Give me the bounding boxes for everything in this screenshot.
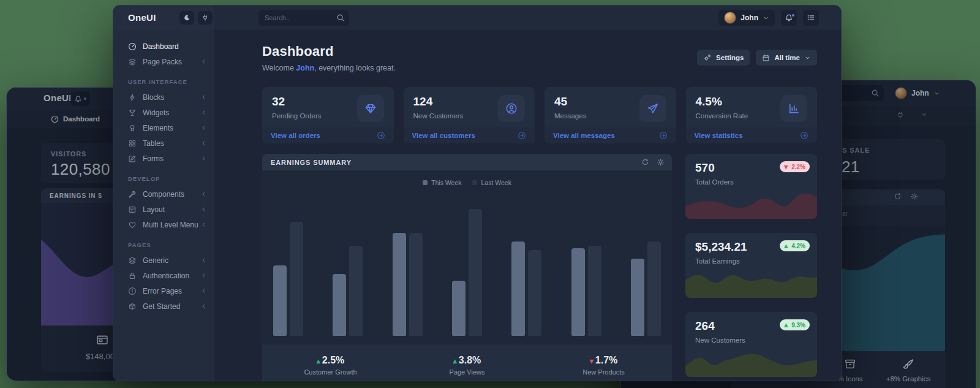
side-cards-column: 570 ▾2.2% Total Orders $5,234.21 ▴4.2% T… (685, 154, 817, 381)
sidebar-item-forms[interactable]: Forms (113, 151, 214, 166)
search-icon (871, 89, 880, 97)
chevron-left-icon (200, 257, 207, 264)
bar-group (511, 195, 541, 336)
page-title: Dashboard (262, 44, 396, 59)
layers-icon (128, 58, 137, 66)
wrench-icon (128, 190, 137, 199)
award-icon (128, 124, 137, 132)
avatar (895, 87, 907, 99)
legend-fragment: ar (842, 210, 848, 217)
earnings-bars (273, 195, 661, 336)
sidebar-item-get-started[interactable]: Get Started (113, 299, 214, 314)
bar-last-week (588, 246, 601, 336)
view-all-orders-link[interactable]: View all orders (262, 127, 394, 143)
stack-icon (128, 256, 137, 265)
earnings-bar-chart: This WeekLast Week (262, 170, 672, 344)
refresh-icon[interactable] (641, 158, 649, 166)
sidebar-item-error-pages[interactable]: Error Pages (113, 283, 214, 299)
arrow-circle-icon (659, 131, 668, 140)
sidebar-heading: DEVELOP (128, 175, 214, 182)
theme-button[interactable] (198, 11, 213, 25)
sidebar-item-components[interactable]: Components (113, 186, 214, 202)
trend-badge: ▾2.2% (780, 161, 810, 172)
gear-icon[interactable] (657, 158, 665, 166)
avatar (724, 12, 736, 24)
calendar-icon (762, 54, 770, 62)
legend-item[interactable]: Last Week (472, 179, 511, 186)
stat-card-new-customers: 124 New Customers View all customers (404, 87, 535, 143)
sidebar-nav: Dashboard Page Packs USER INTERFACE Bloc… (113, 30, 214, 314)
earnings-summary-title: EARNINGS SUMMARY (271, 159, 352, 166)
search-input[interactable] (258, 10, 337, 26)
sidebar: OneUI Dashboard Page Packs USER INTERFAC… (113, 6, 214, 381)
sale-label: S SALE (842, 146, 870, 154)
settings-button[interactable]: Settings (697, 50, 750, 66)
sidebar-item-tables[interactable]: Tables (113, 135, 214, 151)
main-window: OneUI Dashboard Page Packs USER INTERFAC… (113, 5, 842, 381)
user-menu[interactable]: John (889, 85, 946, 101)
notifications-button[interactable] (70, 91, 90, 106)
box-icon (128, 302, 137, 311)
bar-last-week (469, 209, 482, 336)
layout-icon (128, 205, 137, 214)
archive-icon (844, 358, 856, 370)
bar-group (571, 195, 601, 336)
notifications-button[interactable] (781, 10, 797, 26)
chevron-left-icon (200, 155, 207, 162)
nav-item-dashboard[interactable]: Dashboard (51, 115, 100, 123)
bar-this-week (631, 259, 644, 337)
sidebar-item-page-packs[interactable]: Page Packs (113, 54, 214, 69)
brand-logo: OneUI (128, 12, 156, 23)
gauge-icon (51, 115, 59, 123)
user-circle-icon (498, 95, 525, 122)
footer-stat-customer-growth: ▴2.5% Customer Growth (262, 355, 399, 376)
chevron-left-icon (200, 191, 207, 197)
sidebar-heading: PAGES (128, 242, 214, 248)
user-menu[interactable]: John (718, 10, 775, 26)
trend-caret-icon: ▾ (590, 357, 594, 365)
sidebar-item-blocks[interactable]: Blocks (113, 89, 214, 105)
legend-item[interactable]: This Week (423, 179, 461, 186)
lock-icon (128, 272, 137, 280)
bar-this-week (511, 242, 525, 336)
search-box[interactable] (258, 10, 349, 26)
trend-caret-icon: ▴ (317, 357, 320, 365)
dark-mode-button[interactable] (179, 11, 194, 25)
sidebar-item-generic[interactable]: Generic (113, 253, 214, 268)
stat-cards-row: 32 Pending Orders View all orders 124 (262, 87, 817, 143)
main-area: John Dashboard Welcome John, everything … (214, 6, 841, 381)
view-all-customers-link[interactable]: View all customers (404, 127, 535, 143)
bar-group (452, 195, 482, 336)
alert-icon (128, 287, 137, 295)
bell-icon (74, 95, 82, 103)
chart-legend: This WeekLast Week (262, 179, 672, 186)
search-icon (336, 13, 345, 22)
sidebar-item-dashboard[interactable]: Dashboard (113, 39, 214, 54)
bar-chart-icon (780, 95, 807, 122)
chevron-left-icon (200, 272, 207, 279)
trend-badge: ▴4.2% (780, 240, 810, 251)
view-all-messages-link[interactable]: View all messages (545, 127, 676, 143)
heart-icon (128, 221, 137, 229)
refresh-icon[interactable] (894, 192, 902, 200)
chevron-left-icon (200, 124, 207, 131)
sidebar-item-authentication[interactable]: Authentication (113, 268, 214, 283)
gem-icon (357, 95, 384, 122)
sidebar-item-multi-level-menu[interactable]: Multi Level Menu (113, 217, 214, 232)
sidebar-item-widgets[interactable]: Widgets (113, 105, 214, 120)
date-range-button[interactable]: All time (756, 50, 817, 66)
page-content: Dashboard Welcome John, everything looks… (214, 30, 841, 381)
notification-dot (792, 14, 794, 17)
side-overlay-button[interactable] (803, 10, 819, 26)
notification-dot (84, 97, 86, 100)
total-earnings-mini-chart (685, 266, 817, 298)
sidebar-item-elements[interactable]: Elements (113, 120, 214, 135)
chevron-down-icon[interactable] (921, 111, 928, 120)
sidebar-item-layout[interactable]: Layout (113, 202, 214, 217)
plug-icon[interactable] (896, 111, 905, 120)
chevron-down-icon (804, 55, 811, 61)
chevron-left-icon (200, 94, 207, 101)
gear-icon[interactable] (910, 192, 918, 200)
bolt-icon (128, 93, 137, 102)
view-statistics-link[interactable]: View statistics (686, 127, 818, 143)
